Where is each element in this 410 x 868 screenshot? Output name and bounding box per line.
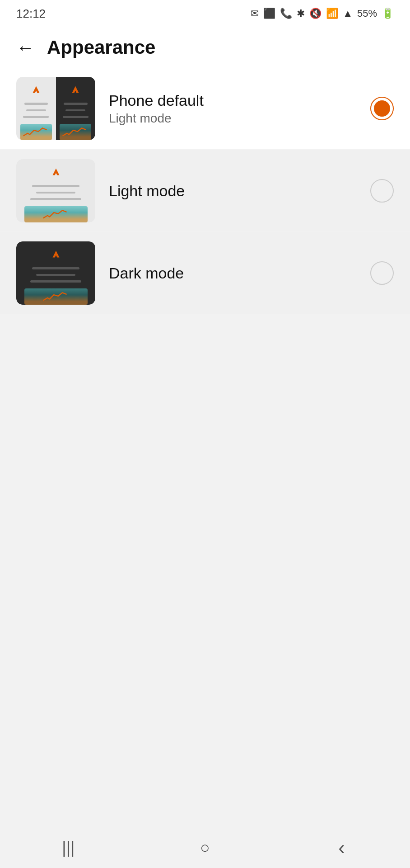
strava-logo-dark-mode bbox=[49, 250, 63, 263]
mute-icon: 🔇 bbox=[309, 8, 321, 19]
back-nav-icon: ‹ bbox=[338, 836, 345, 859]
option-light-mode-text: Light mode bbox=[109, 182, 357, 200]
option-phone-default-label: Phone default bbox=[109, 92, 357, 109]
option-dark-mode[interactable]: Dark mode bbox=[0, 232, 410, 314]
recent-apps-icon: ||| bbox=[62, 838, 75, 857]
back-button[interactable]: ← bbox=[16, 38, 34, 57]
battery-icon: 🔋 bbox=[382, 8, 394, 19]
page-title: Appearance bbox=[47, 37, 155, 58]
thumbnail-dark-mode bbox=[16, 241, 95, 305]
status-time: 12:12 bbox=[16, 7, 46, 21]
signal-icon: ▲ bbox=[343, 8, 353, 19]
recent-apps-button[interactable]: ||| bbox=[50, 834, 86, 861]
status-bar: 12:12 ✉ ⬛ 📞 ✱ 🔇 📶 ▲ 55% 🔋 bbox=[0, 0, 410, 27]
option-phone-default[interactable]: Phone default Light mode bbox=[0, 68, 410, 149]
home-icon: ○ bbox=[200, 838, 210, 857]
bluetooth-icon: ✱ bbox=[297, 8, 305, 19]
option-dark-mode-text: Dark mode bbox=[109, 264, 357, 282]
home-button[interactable]: ○ bbox=[187, 834, 223, 861]
status-icons: ✉ ⬛ 📞 ✱ 🔇 📶 ▲ 55% 🔋 bbox=[251, 8, 394, 19]
thumbnail-phone-default bbox=[16, 77, 95, 140]
back-nav-button[interactable]: ‹ bbox=[324, 834, 360, 861]
option-light-mode-label: Light mode bbox=[109, 182, 357, 200]
page-header: ← Appearance bbox=[0, 27, 410, 68]
strava-logo-light-mode bbox=[49, 167, 63, 181]
phone-icon: 📞 bbox=[280, 8, 292, 19]
radio-phone-default[interactable] bbox=[370, 97, 394, 120]
strava-logo-light bbox=[29, 85, 43, 99]
option-phone-default-sublabel: Light mode bbox=[109, 111, 357, 126]
svg-marker-1 bbox=[72, 86, 79, 93]
battery-text: 55% bbox=[357, 8, 377, 19]
svg-marker-0 bbox=[33, 86, 39, 93]
radio-inner-phone-default bbox=[374, 100, 390, 117]
option-phone-default-text: Phone default Light mode bbox=[109, 92, 357, 126]
strava-logo-dark bbox=[69, 85, 82, 99]
bottom-nav: ||| ○ ‹ bbox=[0, 827, 410, 868]
radio-dark-mode[interactable] bbox=[370, 261, 394, 285]
option-light-mode[interactable]: Light mode bbox=[0, 150, 410, 231]
wifi-icon: 📶 bbox=[326, 8, 338, 19]
radio-light-mode[interactable] bbox=[370, 179, 394, 203]
svg-marker-3 bbox=[52, 251, 59, 258]
svg-marker-2 bbox=[52, 169, 59, 175]
option-dark-mode-label: Dark mode bbox=[109, 264, 357, 282]
camera-icon: ⬛ bbox=[263, 8, 275, 19]
options-list: Phone default Light mode bbox=[0, 68, 410, 314]
thumbnail-light-mode bbox=[16, 159, 95, 222]
gmail-icon: ✉ bbox=[251, 8, 259, 19]
